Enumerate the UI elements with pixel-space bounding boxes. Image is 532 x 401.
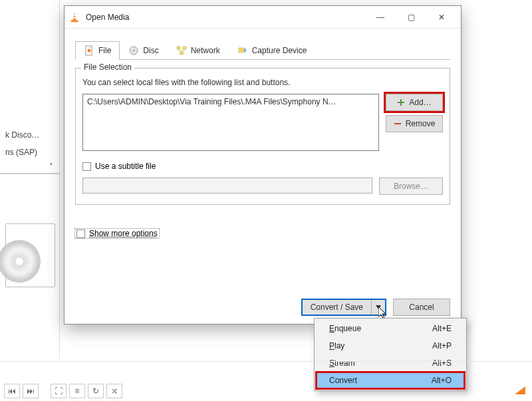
next-button[interactable]: ⏭ <box>23 384 39 398</box>
tab-file-label: File <box>98 46 111 55</box>
titlebar[interactable]: Open Media — ▢ ✕ <box>65 6 461 29</box>
tab-capture-label: Capture Device <box>252 46 307 55</box>
file-selection-desc: You can select local files with the foll… <box>82 78 443 87</box>
maximize-button[interactable]: ▢ <box>396 7 426 27</box>
subtitle-path-input <box>82 178 372 194</box>
media-thumbnail[interactable] <box>5 223 55 287</box>
splitter[interactable] <box>0 173 60 174</box>
fullscreen-icon: ⛶ <box>55 386 63 396</box>
dropdown-item-play[interactable]: Play Alt+P <box>316 337 465 354</box>
bg-left-label-1: k Disco… <box>5 130 39 140</box>
show-more-checkbox[interactable] <box>76 229 85 238</box>
window-controls: — ▢ ✕ <box>365 7 457 27</box>
tab-network-label: Network <box>191 46 220 55</box>
tab-disc-label: Disc <box>143 46 158 55</box>
add-button-label: Add… <box>409 98 431 107</box>
playlist-button[interactable]: ≡ <box>69 384 85 398</box>
skip-back-icon: ⏮ <box>8 386 16 396</box>
svg-point-6 <box>88 49 91 53</box>
svg-rect-2 <box>72 17 76 19</box>
use-subtitle-label: Use a subtitle file <box>95 162 156 171</box>
file-list[interactable]: C:\Users\ADMIN\Desktop\Via Training File… <box>82 94 379 151</box>
convert-save-dropdown-arrow[interactable] <box>372 300 385 315</box>
remove-button[interactable]: Remove <box>386 115 443 132</box>
dropdown-item-shortcut: Alt+P <box>432 341 452 350</box>
tab-file[interactable]: File <box>75 41 120 60</box>
convert-save-button[interactable]: Convert / Save <box>301 299 386 316</box>
browse-button: Browse… <box>379 178 443 195</box>
network-icon <box>176 45 187 56</box>
prev-button[interactable]: ⏮ <box>4 384 20 398</box>
volume-icon[interactable] <box>515 386 525 394</box>
minimize-button[interactable]: — <box>365 7 396 27</box>
cancel-button[interactable]: Cancel <box>393 299 450 316</box>
tab-strip: File Disc Network Capture Device <box>75 41 450 60</box>
loop-button[interactable]: ↻ <box>88 384 104 398</box>
add-button[interactable]: Add… <box>386 94 443 111</box>
chevron-down-icon <box>376 305 381 309</box>
minus-icon <box>394 120 402 128</box>
media-toolbar: ⏮ ⏭ ⛶ ≡ ↻ ⤭ <box>4 384 122 398</box>
svg-rect-1 <box>73 15 76 16</box>
skip-forward-icon: ⏭ <box>27 386 35 396</box>
tab-disc[interactable]: Disc <box>120 41 167 60</box>
svg-rect-3 <box>71 20 78 22</box>
toolbar-separator <box>0 361 532 381</box>
shuffle-button[interactable]: ⤭ <box>106 384 122 398</box>
disc-icon <box>0 240 41 283</box>
file-icon <box>84 45 94 56</box>
dropdown-item-label: Play <box>329 341 344 350</box>
svg-rect-9 <box>177 47 180 49</box>
vlc-cone-icon <box>68 11 80 23</box>
svg-rect-12 <box>239 48 244 53</box>
svg-rect-11 <box>180 52 183 55</box>
file-selection-legend: File Selection <box>81 63 134 72</box>
file-selection-group: File Selection You can select local file… <box>75 68 450 205</box>
convert-save-label[interactable]: Convert / Save <box>303 300 372 315</box>
tab-network[interactable]: Network <box>168 41 229 60</box>
open-media-dialog: Open Media — ▢ ✕ File Disc Network Captu… <box>64 5 462 325</box>
bg-left-label-2: ns (SAP) <box>5 148 37 157</box>
chevron-down-icon[interactable]: ˅ <box>49 162 53 172</box>
file-list-item[interactable]: C:\Users\ADMIN\Desktop\Via Training File… <box>87 97 374 106</box>
shuffle-icon: ⤭ <box>111 386 118 396</box>
browse-button-label: Browse… <box>394 182 428 191</box>
remove-button-label: Remove <box>406 119 436 128</box>
dropdown-item-label: Enqueue <box>329 324 361 333</box>
svg-rect-13 <box>244 49 246 52</box>
plus-icon <box>397 98 405 106</box>
dropdown-item-enqueue[interactable]: Enqueue Alt+E <box>316 320 465 337</box>
close-button[interactable]: ✕ <box>426 7 457 27</box>
svg-marker-14 <box>376 305 381 309</box>
loop-icon: ↻ <box>92 386 99 396</box>
dialog-footer: Convert / Save Cancel <box>301 299 450 316</box>
dialog-title: Open Media <box>86 13 129 22</box>
disc-icon <box>128 45 139 56</box>
show-more-label: Show more options <box>89 229 158 238</box>
svg-rect-10 <box>183 47 186 49</box>
bg-left-panel: k Disco… ns (SAP) ˅ <box>0 0 60 359</box>
show-more-options[interactable]: Show more options <box>75 229 159 238</box>
tab-capture[interactable]: Capture Device <box>229 41 316 60</box>
svg-marker-0 <box>72 12 76 20</box>
fullscreen-button[interactable]: ⛶ <box>51 384 66 398</box>
cancel-button-label: Cancel <box>409 303 434 312</box>
list-icon: ≡ <box>74 386 79 396</box>
capture-icon <box>237 45 248 56</box>
dropdown-item-shortcut: Alt+E <box>432 324 452 333</box>
use-subtitle-checkbox[interactable] <box>82 162 91 171</box>
svg-marker-16 <box>515 386 525 394</box>
svg-point-8 <box>133 50 135 52</box>
